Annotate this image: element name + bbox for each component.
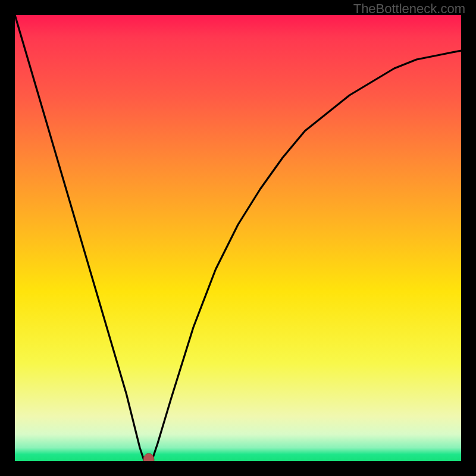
bottleneck-curve xyxy=(15,15,461,461)
minimum-marker xyxy=(143,453,154,461)
curve-path xyxy=(15,15,461,461)
attribution-text: TheBottleneck.com xyxy=(353,1,465,17)
plot-frame xyxy=(15,15,461,461)
